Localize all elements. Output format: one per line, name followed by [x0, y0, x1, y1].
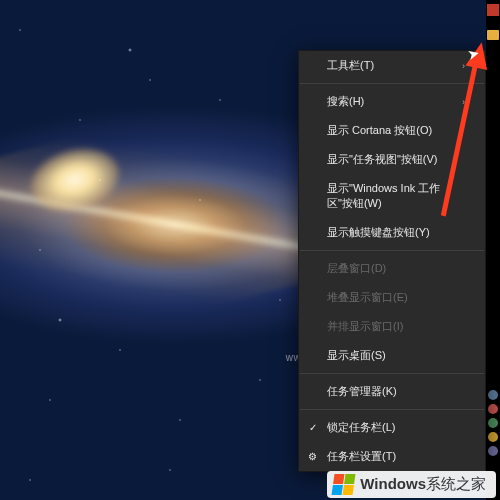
gear-icon: ⚙: [308, 451, 317, 462]
menu-item-label: 层叠窗口(D): [327, 261, 386, 276]
tray-icon[interactable]: [488, 446, 498, 456]
menu-item[interactable]: 任务栏设置(T)⚙: [299, 442, 485, 471]
menu-item-label: 并排显示窗口(I): [327, 319, 403, 334]
menu-separator: [300, 409, 484, 410]
menu-item[interactable]: 锁定任务栏(L): [299, 413, 485, 442]
menu-item-label: 锁定任务栏(L): [327, 420, 395, 435]
windows-logo-icon: [332, 474, 356, 495]
menu-item[interactable]: 任务管理器(K): [299, 377, 485, 406]
menu-item: 堆叠显示窗口(E): [299, 283, 485, 312]
tray-icon[interactable]: [488, 404, 498, 414]
menu-item-label: 任务管理器(K): [327, 384, 397, 399]
menu-item[interactable]: 工具栏(T)›: [299, 51, 485, 80]
menu-item: 并排显示窗口(I): [299, 312, 485, 341]
menu-item-label: 显示触摸键盘按钮(Y): [327, 225, 430, 240]
taskbar-context-menu: 工具栏(T)›搜索(H)›显示 Cortana 按钮(O)显示"任务视图"按钮(…: [298, 50, 486, 472]
menu-item-label: 工具栏(T): [327, 58, 374, 73]
menu-item: 层叠窗口(D): [299, 254, 485, 283]
folder-icon[interactable]: [487, 30, 499, 40]
menu-item-label: 搜索(H): [327, 94, 364, 109]
system-tray[interactable]: [487, 386, 499, 460]
menu-item-label: 显示 Cortana 按钮(O): [327, 123, 432, 138]
watermark-badge: Windows系统之家: [327, 471, 496, 498]
menu-item-label: 显示"Windows Ink 工作区"按钮(W): [327, 181, 465, 211]
menu-item[interactable]: 搜索(H)›: [299, 87, 485, 116]
menu-item-label: 任务栏设置(T): [327, 449, 396, 464]
menu-item[interactable]: 显示触摸键盘按钮(Y): [299, 218, 485, 247]
menu-item[interactable]: 显示桌面(S): [299, 341, 485, 370]
taskbar-vertical[interactable]: [486, 0, 500, 500]
menu-item[interactable]: 显示"Windows Ink 工作区"按钮(W): [299, 174, 485, 218]
wps-icon[interactable]: [487, 4, 499, 16]
menu-item-label: 显示桌面(S): [327, 348, 386, 363]
watermark-brand: Windows: [360, 475, 426, 492]
menu-item[interactable]: 显示"任务视图"按钮(V): [299, 145, 485, 174]
chevron-right-icon: ›: [462, 97, 465, 107]
tray-icon[interactable]: [488, 390, 498, 400]
menu-item[interactable]: 显示 Cortana 按钮(O): [299, 116, 485, 145]
chevron-right-icon: ›: [462, 61, 465, 71]
tray-icon[interactable]: [488, 418, 498, 428]
menu-item-label: 堆叠显示窗口(E): [327, 290, 408, 305]
watermark-suffix: 系统之家: [426, 475, 486, 492]
menu-separator: [300, 83, 484, 84]
menu-separator: [300, 373, 484, 374]
menu-item-label: 显示"任务视图"按钮(V): [327, 152, 437, 167]
tray-icon[interactable]: [488, 432, 498, 442]
menu-separator: [300, 250, 484, 251]
